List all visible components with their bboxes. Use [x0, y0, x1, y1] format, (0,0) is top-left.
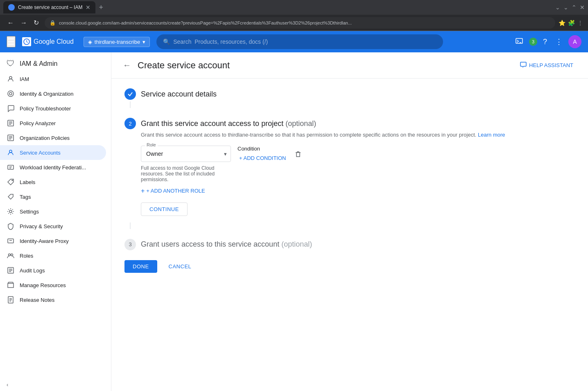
sidebar-item-tags[interactable]: Tags [0, 189, 106, 204]
settings-nav-icon [7, 207, 15, 216]
sidebar-item-manage-resources[interactable]: Manage Resources [0, 278, 106, 292]
sidebar-item-org-policies[interactable]: Organization Policies [0, 130, 106, 145]
search-bar-container[interactable]: 🔍 [156, 34, 443, 49]
step-2-body: Grant this service account access to thi… [141, 131, 575, 216]
step-3-optional-label: (optional) [281, 240, 312, 248]
sidebar-item-service-accounts[interactable]: Service Accounts [0, 145, 106, 160]
search-input[interactable] [173, 38, 436, 45]
sidebar-item-label-policy-analyzer: Policy Analyzer [20, 120, 56, 126]
sidebar-item-label-workload-identity: Workload Identity Federati... [20, 164, 86, 171]
cloud-shell-button[interactable] [513, 34, 526, 49]
add-condition-button[interactable]: + ADD CONDITION [237, 155, 286, 161]
back-navigation-button[interactable]: ← [121, 59, 133, 72]
step-3-header: 3 Grant users access to this service acc… [124, 239, 575, 250]
svg-point-0 [10, 6, 13, 9]
tab-close-button[interactable]: ✕ [86, 4, 90, 11]
sidebar-item-label-org-policies: Organization Policies [20, 135, 70, 141]
cancel-button[interactable]: CANCEL [161, 260, 200, 273]
bookmark-icon[interactable]: ⭐ [559, 20, 565, 26]
forward-button[interactable]: → [18, 17, 29, 28]
sidebar-item-label-roles: Roles [20, 253, 33, 259]
user-avatar[interactable]: A [568, 35, 581, 48]
iam-admin-icon: 🛡 [7, 59, 15, 68]
sidebar-item-label-service-accounts: Service Accounts [20, 150, 61, 156]
tags-icon [7, 193, 15, 201]
new-tab-button[interactable]: + [99, 3, 103, 12]
notification-badge[interactable]: 3 [529, 38, 537, 46]
audit-logs-icon [7, 266, 15, 274]
add-another-role-button[interactable]: + + ADD ANOTHER ROLE [141, 186, 205, 196]
logo-text: Google Cloud [34, 38, 74, 45]
sidebar-item-workload-identity[interactable]: Workload Identity Federati... [0, 160, 106, 175]
browser-tab[interactable]: Create service account – IAM ✕ [3, 1, 95, 13]
more-icon[interactable]: ⋮ [577, 20, 583, 26]
chat-icon [520, 61, 527, 69]
sidebar-item-identity-org[interactable]: Identity & Organization [0, 86, 106, 101]
sidebar-item-iam[interactable]: IAM [0, 72, 106, 86]
service-accounts-icon [7, 148, 15, 157]
sidebar-item-roles[interactable]: Roles [0, 248, 106, 263]
browser-chrome: Create service account – IAM ✕ + ⌄⌄⌃✕ [0, 0, 588, 15]
sidebar-item-label-audit-logs: Audit Logs [20, 267, 45, 274]
project-selector[interactable]: ◈ thirdlane-transcribe ▾ [84, 37, 150, 47]
address-bar-actions: ⭐ 🧩 ⋮ [559, 20, 583, 26]
settings-button[interactable]: ⋮ [553, 35, 565, 49]
sidebar-item-labels[interactable]: Labels [0, 175, 106, 189]
sidebar-item-privacy-security[interactable]: Privacy & Security [0, 219, 106, 234]
nav-buttons: ← → ↻ [5, 17, 41, 28]
workload-identity-icon [7, 163, 15, 171]
url-bar[interactable]: 🔒 console.cloud.google.com/iam-admin/ser… [45, 17, 555, 29]
done-button[interactable]: DONE [124, 260, 157, 273]
sidebar-item-label-iam: IAM [20, 76, 29, 82]
hamburger-menu-button[interactable]: ☰ [7, 36, 16, 47]
sidebar-item-settings[interactable]: Settings [0, 204, 106, 219]
sidebar-item-label-identity-org: Identity & Organization [20, 91, 74, 97]
page-title: Create service account [138, 60, 510, 71]
search-icon: 🔍 [163, 38, 170, 45]
svg-point-24 [11, 254, 13, 256]
identity-org-icon [7, 90, 15, 98]
help-button[interactable]: ? [541, 35, 550, 49]
iam-icon [7, 75, 15, 83]
sidebar-item-identity-aware-proxy[interactable]: Identity-Aware Proxy [0, 234, 106, 248]
google-cloud-logo: Google Cloud [22, 37, 74, 46]
help-assistant-button[interactable]: HELP ASSISTANT [515, 59, 578, 72]
step-1-title: Service account details [141, 90, 217, 99]
content-area: ← Create service account HELP ASSISTANT … [111, 52, 588, 391]
release-notes-icon [7, 296, 15, 304]
condition-section: Condition + ADD CONDITION [237, 146, 286, 161]
lock-icon: 🔒 [50, 20, 56, 26]
extensions-icon[interactable]: 🧩 [568, 20, 575, 26]
browser-window-controls: ⌄⌄⌃✕ [555, 4, 585, 11]
learn-more-link[interactable]: Learn more [478, 132, 505, 138]
step-1-connector [130, 101, 131, 108]
project-name: thirdlane-transcribe [95, 39, 140, 45]
sidebar-item-label-settings: Settings [20, 209, 39, 215]
sidebar-item-label-policy-troubleshooter: Policy Troubleshooter [20, 106, 71, 112]
back-button[interactable]: ← [5, 17, 16, 28]
labels-icon [7, 178, 15, 186]
sidebar-item-audit-logs[interactable]: Audit Logs [0, 263, 106, 278]
sidebar: 🛡 IAM & Admin IAM Identity & Organizatio… [0, 52, 111, 391]
sidebar-item-label-labels: Labels [20, 179, 35, 185]
sidebar-item-policy-troubleshooter[interactable]: Policy Troubleshooter [0, 101, 106, 116]
step-1-circle [124, 88, 136, 100]
sidebar-item-label-manage-resources: Manage Resources [20, 282, 66, 288]
sidebar-item-policy-analyzer[interactable]: Policy Analyzer [0, 116, 106, 130]
svg-rect-21 [8, 239, 14, 243]
sidebar-item-release-notes[interactable]: Release Notes [0, 292, 106, 307]
url-text: console.cloud.google.com/iam-admin/servi… [59, 20, 352, 25]
condition-label: Condition [237, 146, 286, 152]
refresh-button[interactable]: ↻ [31, 17, 41, 28]
step-2-description: Grant this service account access to thi… [141, 131, 575, 139]
role-select[interactable]: Owner Editor Viewer [141, 146, 231, 162]
continue-button[interactable]: CONTINUE [141, 202, 188, 216]
delete-role-button[interactable] [293, 149, 303, 162]
identity-aware-proxy-icon [7, 237, 15, 245]
sidebar-collapse-button[interactable]: ‹ [0, 378, 111, 391]
address-bar: ← → ↻ 🔒 console.cloud.google.com/iam-adm… [0, 15, 588, 31]
project-icon: ◈ [88, 39, 92, 45]
sidebar-title: IAM & Admin [20, 60, 57, 67]
policy-troubleshooter-icon [7, 104, 15, 112]
step-2-section: 2 Grant this service account access to p… [124, 118, 575, 229]
